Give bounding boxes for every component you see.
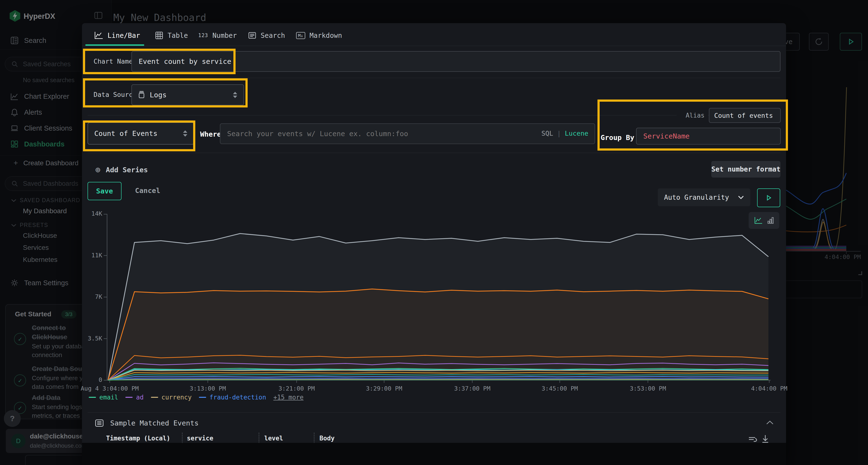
select-updown-icon xyxy=(183,130,187,137)
markdown-icon: M↓ xyxy=(296,32,305,39)
lucene-toggle[interactable]: Lucene xyxy=(565,130,588,137)
tabs-divider xyxy=(82,46,786,46)
x-tick-label: 3:13:00 PM xyxy=(190,385,226,392)
data-source-select[interactable]: Logs xyxy=(131,84,244,105)
legend-item[interactable]: fraud-detection xyxy=(199,394,266,401)
alias-input[interactable] xyxy=(709,108,781,123)
group-by-label: Group By xyxy=(600,133,634,142)
sample-events-title: Sample Matched Events xyxy=(110,419,199,427)
save-button[interactable]: Save xyxy=(88,182,122,200)
where-search-input[interactable] xyxy=(220,123,595,144)
legend-item[interactable]: email xyxy=(89,394,118,401)
chart-legend: emailadcurrencyfraud-detection+15 more xyxy=(89,394,304,401)
add-series-label: Add Series xyxy=(106,166,148,174)
column-separator[interactable] xyxy=(258,433,259,443)
edit-chart-modal: Line/Bar Table 123 Number Search M↓ Mark… xyxy=(82,23,786,465)
tab-label: Line/Bar xyxy=(107,32,140,39)
aggregation-value: Count of Events xyxy=(94,129,157,138)
y-tick-label: 7K xyxy=(95,293,102,300)
tab-search[interactable]: Search xyxy=(248,27,285,44)
tab-label: Table xyxy=(167,32,188,39)
column-header-body[interactable]: Body xyxy=(319,435,335,442)
y-tick-label: 14K xyxy=(91,210,102,217)
tab-line-bar[interactable]: Line/Bar xyxy=(94,27,140,44)
column-header-level[interactable]: level xyxy=(264,435,283,442)
row-divider xyxy=(88,412,780,413)
query-language-toggle: SQL | Lucene xyxy=(541,130,588,137)
column-separator[interactable] xyxy=(182,433,183,443)
legend-dash-icon xyxy=(89,397,96,398)
column-header-timestamp[interactable]: Timestamp (Local) xyxy=(106,435,170,442)
cancel-button[interactable]: Cancel xyxy=(135,182,160,199)
tab-number[interactable]: 123 Number xyxy=(198,27,237,44)
play-icon xyxy=(765,194,772,201)
x-tick-label: 3:37:00 PM xyxy=(454,385,490,392)
group-by-input[interactable] xyxy=(636,128,781,144)
tab-markdown[interactable]: M↓ Markdown xyxy=(296,27,342,44)
tab-label: Number xyxy=(212,32,237,39)
x-tick-label: 3:53:00 PM xyxy=(630,385,666,392)
column-header-service[interactable]: service xyxy=(187,435,213,442)
chart-name-label: Chart Name xyxy=(94,58,133,65)
list-icon xyxy=(95,419,104,428)
data-source-label: Data Source xyxy=(94,91,137,98)
legend-dash-icon xyxy=(199,397,206,398)
database-icon xyxy=(138,91,145,99)
legend-item[interactable]: currency xyxy=(151,394,192,401)
tab-table[interactable]: Table xyxy=(155,27,188,44)
y-tick-label: 3.5K xyxy=(88,335,102,342)
y-tick-label: 0 xyxy=(99,376,102,383)
select-updown-icon xyxy=(233,92,237,98)
aggregation-select[interactable]: Count of Events xyxy=(88,122,194,144)
x-tick-label: 3:29:00 PM xyxy=(366,385,402,392)
legend-label: email xyxy=(99,394,118,401)
granularity-value: Auto Granularity xyxy=(664,194,729,201)
run-chart-button[interactable] xyxy=(757,189,780,207)
y-tick-label: 11K xyxy=(91,252,102,259)
x-tick-label: 3:21:00 PM xyxy=(278,385,315,392)
chevron-down-icon xyxy=(738,195,744,199)
legend-label: ad xyxy=(136,394,144,401)
add-series-button[interactable]: ⊕ Add Series xyxy=(95,165,148,175)
x-tick-label: Aug 4 3:04:00 PM xyxy=(81,385,139,392)
column-separator[interactable] xyxy=(314,433,315,443)
x-axis-labels: Aug 4 3:04:00 PM3:13:00 PM3:21:00 PM3:29… xyxy=(104,385,771,393)
collapse-chevron-icon[interactable] xyxy=(766,420,774,425)
legend-more-link[interactable]: +15 more xyxy=(273,394,304,401)
legend-label: currency xyxy=(161,394,192,401)
tab-label: Markdown xyxy=(310,32,342,39)
plus-circle-icon: ⊕ xyxy=(95,165,100,175)
main-chart xyxy=(104,213,771,383)
filter-icon[interactable] xyxy=(748,436,757,443)
x-tick-label: 3:45:00 PM xyxy=(541,385,578,392)
sql-toggle[interactable]: SQL xyxy=(541,130,553,137)
line-chart-icon xyxy=(94,31,103,39)
123-icon: 123 xyxy=(198,33,208,38)
screen: HyperDX Search No saved searches Chart E… xyxy=(0,0,868,465)
list-icon xyxy=(248,31,256,39)
y-axis-labels: 03.5K7K11K14K xyxy=(82,213,102,383)
where-label: Where xyxy=(200,130,221,138)
toggle-separator: | xyxy=(557,130,561,137)
alias-label: Alias xyxy=(677,112,708,119)
tab-label: Search xyxy=(261,32,285,39)
sample-events-header[interactable]: Sample Matched Events xyxy=(95,419,199,428)
table-icon xyxy=(155,31,163,39)
legend-item[interactable]: ad xyxy=(125,394,144,401)
chart-name-input[interactable] xyxy=(131,51,780,72)
set-number-format-button[interactable]: Set number format xyxy=(711,161,780,177)
data-source-value: Logs xyxy=(150,91,166,99)
legend-dash-icon xyxy=(125,397,133,398)
download-icon[interactable] xyxy=(761,434,770,444)
table-body xyxy=(82,443,786,465)
legend-dash-icon xyxy=(151,397,158,398)
x-tick-label: 4:04:00 PM xyxy=(751,385,787,392)
legend-label: fraud-detection xyxy=(210,394,266,401)
granularity-select[interactable]: Auto Granularity xyxy=(658,189,750,206)
row-divider xyxy=(88,78,780,78)
where-input-wrap: SQL | Lucene xyxy=(220,123,595,144)
